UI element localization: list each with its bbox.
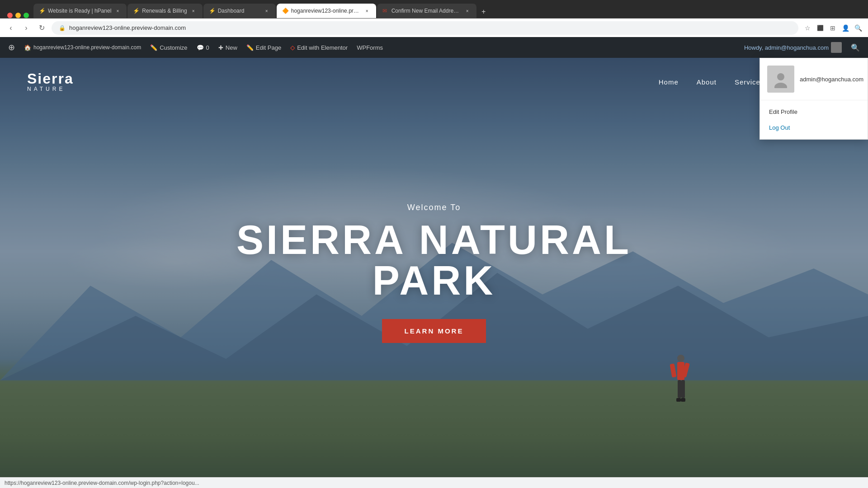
status-url: https://hoganreview123-online.preview-do… [5,480,199,486]
svg-rect-6 [670,364,676,378]
svg-rect-11 [681,398,685,402]
maximize-traffic-light[interactable] [24,13,29,18]
dropdown-links: Edit Profile Log Out [760,100,868,139]
howdy-text: Howdy, admin@hoganchua.com [744,44,829,51]
address-field[interactable]: 🔒 hoganreview123-online.preview-domain.c… [52,21,798,35]
reload-button[interactable]: ↻ [36,23,47,33]
customize-icon: ✏️ [150,44,157,51]
tab-bar: ⚡ Website is Ready | hPanel × ⚡ Renewals… [0,0,868,18]
learn-more-button[interactable]: LEARN MORE [382,319,486,343]
nav-home[interactable]: Home [659,78,679,86]
logo-main: Sierra [27,71,74,86]
customize-label: Customize [160,44,187,51]
nav-about[interactable]: About [697,78,717,86]
howdy-item[interactable]: Howdy, admin@hoganchua.com [740,37,846,58]
website-area: Sierra NATURE Home About Services Projec… [0,58,868,488]
wp-admin-bar: ⊕ 🏠 hoganreview123-online.preview-domain… [0,37,868,58]
site-name-item[interactable]: 🏠 hoganreview123-online.preview-domain.c… [19,37,146,58]
address-icons: ☆ ⬛ ⊞ 👤 🔍 [803,23,863,33]
site-navbar: Sierra NATURE Home About Services Projec… [0,58,868,106]
tab-close-dashboard[interactable]: × [263,7,270,14]
svg-rect-9 [681,380,685,398]
svg-point-4 [677,355,684,362]
extensions-icon[interactable]: ⊞ [828,23,837,33]
elementor-label: Edit with Elementor [297,44,348,51]
wp-logo-item[interactable]: ⊕ [4,37,19,58]
tab-title-hpanel: Website is Ready | hPanel [48,8,111,14]
status-bar: https://hoganreview123-online.preview-do… [0,477,868,488]
lock-icon: 🔒 [59,25,66,31]
tab-preview[interactable]: 🔶 hoganreview123-online.previe… × [277,4,376,18]
logout-link[interactable]: Log Out [760,120,868,136]
admin-avatar-icon [831,42,842,53]
hero-content: Welcome To SIERRA NATURAL PARK LEARN MOR… [217,203,651,343]
dropdown-email: admin@hoganchua.com [800,76,863,83]
avatar-icon [772,70,790,88]
tab-hpanel[interactable]: ⚡ Website is Ready | hPanel × [33,4,127,18]
wpforms-label: WPForms [357,44,383,51]
site-name-label: hoganreview123-online.preview-domain.com [33,44,141,51]
new-label: New [226,44,237,51]
home-icon: 🏠 [24,44,31,51]
profile-icon[interactable]: 👤 [841,23,850,33]
site-logo: Sierra NATURE [27,71,74,92]
tab-favicon-hpanel: ⚡ [39,8,45,14]
tab-close-gmail[interactable]: × [464,7,471,14]
svg-rect-8 [678,380,681,398]
browser-search-icon[interactable]: 🔍 [854,23,863,33]
close-traffic-light[interactable] [7,13,13,18]
tab-renewals[interactable]: ⚡ Renewals & Billing × [127,4,202,18]
wpforms-item[interactable]: WPForms [352,37,387,58]
tab-close-hpanel[interactable]: × [114,7,121,14]
edit-page-item[interactable]: ✏️ Edit Page [242,37,286,58]
elementor-item[interactable]: ◇ Edit with Elementor [286,37,352,58]
elementor-icon: ◇ [290,44,295,51]
hero-welcome: Welcome To [217,203,651,212]
forward-button[interactable]: › [21,23,32,33]
tab-title-dashboard: Dashboard [218,8,260,14]
edit-icon: ✏️ [246,44,254,51]
hill-figure [658,349,694,423]
tab-close-renewals[interactable]: × [190,7,197,14]
customize-item[interactable]: ✏️ Customize [146,37,192,58]
wp-logo-icon: ⊕ [8,42,15,52]
svg-point-0 [777,73,784,80]
svg-point-1 [774,83,787,88]
user-dropdown: admin@hoganchua.com Edit Profile Log Out [760,58,868,140]
adblock-icon[interactable]: ⬛ [816,23,825,33]
bookmark-icon[interactable]: ☆ [803,23,812,33]
hero-title: SIERRA NATURAL PARK [217,220,651,301]
tab-gmail[interactable]: ✉ Confirm New Email Address -… × [377,4,476,18]
comments-item[interactable]: 💬 0 [192,37,214,58]
comments-count: 0 [206,44,209,51]
address-text: hoganreview123-online.preview-domain.com [69,24,186,31]
tab-title-renewals: Renewals & Billing [142,8,187,14]
comments-icon: 💬 [197,44,204,51]
logo-sub: NATURE [27,86,74,92]
tab-favicon-dashboard: ⚡ [209,8,215,14]
admin-search-icon[interactable]: 🔍 [846,43,864,52]
minimize-traffic-light[interactable] [15,13,21,18]
edit-profile-link[interactable]: Edit Profile [760,104,868,120]
new-tab-button[interactable]: + [477,5,490,18]
tab-dashboard[interactable]: ⚡ Dashboard × [203,4,276,18]
tab-favicon-gmail: ✉ [382,8,389,14]
new-content-item[interactable]: ✚ New [214,37,242,58]
tab-title-preview: hoganreview123-online.previe… [291,8,361,14]
tab-favicon-renewals: ⚡ [133,8,139,14]
svg-rect-10 [676,398,681,402]
back-button[interactable]: ‹ [5,23,16,33]
edit-page-label: Edit Page [256,44,281,51]
browser-chrome: ⚡ Website is Ready | hPanel × ⚡ Renewals… [0,0,868,37]
tab-close-preview[interactable]: × [363,7,371,14]
traffic-lights [4,13,33,18]
dropdown-avatar [767,66,794,93]
address-bar: ‹ › ↻ 🔒 hoganreview123-online.preview-do… [0,18,868,37]
person-figure-icon [658,349,694,422]
dropdown-header: admin@hoganchua.com [760,58,868,100]
tab-favicon-preview: 🔶 [282,8,288,14]
new-icon: ✚ [218,44,223,51]
tab-title-gmail: Confirm New Email Address -… [392,8,461,14]
